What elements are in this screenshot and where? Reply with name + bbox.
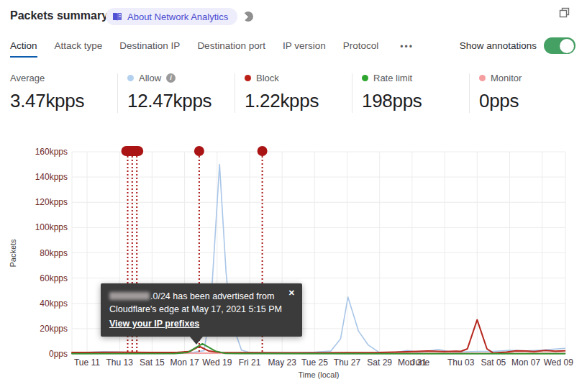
rate-limit-dot: [362, 75, 368, 81]
show-annotations-toggle[interactable]: [544, 37, 575, 54]
stat-divider: [469, 73, 470, 113]
y-axis-title: Packets: [9, 239, 17, 268]
page-title: Packets summary: [10, 9, 108, 22]
x-tick-label: Mon 07: [511, 357, 540, 368]
x-tick-label: May 23: [268, 357, 297, 368]
stat-label: Monitor: [491, 73, 522, 83]
tab-destination-ip[interactable]: Destination IP: [119, 37, 180, 56]
more-tabs-icon[interactable]: •••: [396, 37, 418, 53]
tab-ip-version[interactable]: IP version: [283, 37, 326, 56]
stat-label: Rate limit: [373, 73, 412, 83]
x-tick-label: Thu 13: [106, 357, 134, 368]
x-tick-label: Wed 09: [544, 357, 573, 368]
x-tick-label: Tue 25: [301, 357, 328, 368]
show-annotations-control: Show annotations: [460, 37, 575, 54]
stat-divider: [352, 73, 352, 113]
x-tick-label: Tue 11: [74, 357, 100, 368]
x-axis-title: Time (local): [298, 370, 339, 379]
allow-dot: [127, 75, 134, 81]
tooltip-caret: [190, 337, 203, 345]
stat-value: 3.47kpps: [10, 90, 118, 112]
badge-label: About Network Analytics: [127, 12, 228, 22]
annotation-tooltip: ✕ .0/24 has been advertised from Cloudfl…: [101, 283, 302, 337]
pie-icon[interactable]: [243, 12, 253, 22]
about-network-analytics-badge[interactable]: About Network Analytics: [106, 8, 237, 25]
redacted-ip-prefix: [109, 292, 150, 300]
block-dot: [245, 75, 251, 81]
annotation-marker[interactable]: [194, 146, 204, 156]
x-tick-label: Sat 05: [481, 357, 506, 368]
stat-value: 1.22kpps: [245, 90, 352, 112]
annotation-marker[interactable]: [258, 146, 268, 156]
x-tick-label: June: [411, 357, 429, 368]
y-tick-label: 40kpps: [40, 298, 68, 309]
packets-time-series-chart: 0pps20kpps40kpps60kpps80kpps100kpps120kp…: [0, 137, 587, 392]
stat-average: Average 3.47kpps: [10, 72, 118, 112]
stat-value: 198pps: [362, 90, 470, 112]
view-ip-prefixes-link[interactable]: View your IP prefixes: [109, 317, 199, 330]
stat-rate-limit: Rate limit 198pps: [362, 72, 470, 112]
y-tick-label: 100kpps: [35, 222, 68, 232]
tooltip-line-1: .0/24 has been advertised from: [109, 290, 294, 303]
y-tick-label: 0pps: [49, 349, 68, 359]
y-tick-label: 80kpps: [40, 248, 68, 258]
book-icon: [112, 12, 122, 22]
y-tick-label: 120kpps: [35, 197, 68, 207]
y-tick-label: 20kpps: [40, 324, 68, 334]
show-annotations-label: Show annotations: [460, 40, 537, 51]
stat-label: Block: [256, 73, 279, 83]
stat-label: Average: [10, 73, 45, 83]
stat-block: Block 1.22kpps: [245, 72, 352, 112]
tab-action[interactable]: Action: [10, 37, 37, 58]
stat-value: 0pps: [479, 90, 587, 112]
x-tick-label: Mon 17: [170, 357, 199, 368]
tab-bar: Action Attack type Destination IP Destin…: [10, 37, 418, 58]
close-icon[interactable]: ✕: [287, 287, 296, 299]
stat-divider: [117, 73, 118, 113]
y-tick-label: 140kpps: [35, 172, 68, 182]
x-tick-label: Thu 27: [334, 357, 361, 368]
stat-divider: [235, 73, 235, 113]
stat-monitor: Monitor 0pps: [479, 72, 587, 112]
tooltip-line-2: Cloudflare's edge at May 17, 2021 5:15 P…: [109, 303, 294, 316]
tab-attack-type[interactable]: Attack type: [55, 37, 103, 56]
tab-protocol[interactable]: Protocol: [343, 37, 379, 56]
x-tick-label: Fri 21: [239, 357, 261, 368]
x-tick-label: Sat 29: [367, 357, 392, 368]
annotation-marker-cluster[interactable]: [122, 146, 144, 156]
stat-value: 12.47kpps: [127, 90, 235, 112]
network-analytics-panel: Packets summary About Network Analytics …: [0, 0, 587, 392]
monitor-dot: [479, 75, 486, 81]
x-tick-label: Sat 15: [140, 357, 165, 368]
stat-label: Allow: [139, 73, 161, 83]
y-tick-label: 160kpps: [35, 147, 68, 157]
x-tick-label: Wed 19: [202, 357, 232, 368]
toggle-knob: [560, 39, 574, 53]
restore-window-icon[interactable]: [558, 6, 571, 19]
info-icon[interactable]: i: [166, 73, 176, 83]
y-tick-label: 60kpps: [40, 273, 68, 283]
x-tick-label: Thu 03: [447, 357, 475, 368]
stat-allow: Allow i 12.47kpps: [127, 72, 235, 112]
tab-destination-port[interactable]: Destination port: [197, 37, 265, 56]
